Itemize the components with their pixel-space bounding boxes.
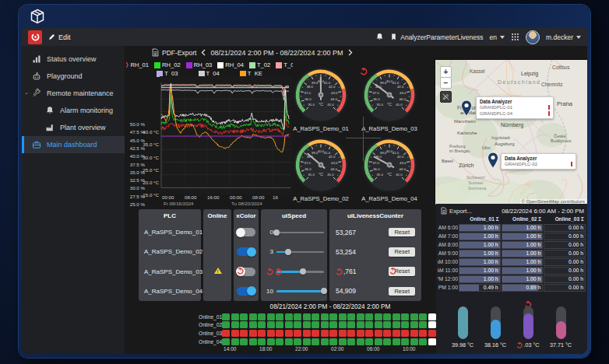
legend-item-RH_02[interactable]: RH_02 [154,61,181,68]
hours-value: 0.89 h [526,285,540,291]
map-pin[interactable] [460,100,473,117]
heatmap-cell [285,338,293,345]
chevron-down-icon [576,36,581,39]
heatmap-cell [419,321,427,328]
chevron-left-icon[interactable] [201,49,206,56]
column-header: Online_01 Σ [459,216,501,223]
heatmap-row-label: Online_01 [199,314,222,320]
map[interactable]: DeutschlandLeipzigKasselChemnitzCottbusP… [435,59,587,205]
legend-label: RH_01 [130,61,149,68]
legend-item-RH_01[interactable]: RH_01 [126,61,149,68]
table-row: 9:00 AM1.00 h1.00 h0.00 h [438,250,586,257]
heatmap-cell [419,330,427,337]
uispeed-slider[interactable] [276,228,324,237]
heatmap-cell [249,330,257,337]
table-row: A_RaSPS_Demo_03 [139,262,201,282]
slider-knob[interactable] [273,229,280,236]
y-tick-label: 35.0 °C [143,142,159,147]
time-label: 1:00 PM [438,284,458,292]
apps-grid-button[interactable] [511,33,519,41]
svg-text:43.0: 43.0 [331,91,338,95]
bookmark-button[interactable]: AnalyzerParameterLiveness [390,33,483,41]
heatmap-cell [312,330,319,337]
sidebar-item-plant-overview[interactable]: Plant overview [22,119,125,136]
heatmap-x-label: 06:00 [367,346,380,352]
legend-item-T_02[interactable]: T_02 [249,61,270,68]
reset-button[interactable]: Reset [389,247,415,257]
bell-icon [375,33,384,41]
popup-title: Data Analyzer [505,156,572,161]
map-city-label: Zürich [459,163,473,168]
pdf-export-button[interactable]: PDF-Export [152,48,196,57]
brand-logo-icon[interactable] [28,30,42,44]
legend-item-T_01[interactable]: T_01 [276,61,293,68]
xcolor-toggle[interactable] [237,247,255,256]
counter-value: 54,909 [336,287,356,295]
status-bar [548,111,551,117]
uispeed-slider[interactable] [276,267,324,276]
sidebar-item-status-overview[interactable]: Status overview [22,51,125,68]
edit-label: Edit [58,33,71,41]
user-menu[interactable]: m.decker [546,33,581,41]
thermometer-value: .03 °C [516,341,539,348]
uispeed-slider[interactable] [276,286,324,296]
map-city-label: Ulm [482,145,491,150]
sidebar-item-remote-maintenance[interactable]: ⌄Remote maintenance [22,85,125,102]
sidebar-item-main-dashboard[interactable]: Main dashboard [22,136,125,153]
document-icon [152,48,159,57]
column-header: Online_02 Σ [502,216,544,223]
expand-arrow-icon[interactable]: ⌄ [24,89,29,96]
thermometer-value: 37.71 °C [550,341,572,348]
column-header: Online [203,209,231,222]
heatmap-cell [231,313,239,320]
map-city-label: Schweiz/ [466,175,485,180]
zoom-in-button[interactable]: + [440,66,452,78]
language-selector[interactable]: en [490,33,505,41]
error-icon [275,268,282,275]
hours-value: 1.00 h [484,250,498,257]
slider-knob[interactable] [285,249,291,255]
heatmap-cell [240,321,248,328]
draw-disabled-button[interactable] [440,91,452,103]
gauge-label: A_RaSPS_Demo_03 [360,125,419,132]
reset-button[interactable]: Reset [389,228,415,237]
slider-knob[interactable] [321,288,327,294]
export-button[interactable]: Export... [441,207,472,215]
map-pin[interactable] [487,152,499,169]
time-label: 8:00 AM [438,241,458,249]
heatmap-x-label: 18:00 [259,346,273,352]
xcolor-toggle[interactable] [237,228,255,236]
table-row: 1:00 PM0.49 h0.89 h0.00 h [438,284,586,292]
heatmap-cell [410,330,418,337]
user-avatar[interactable] [526,30,540,44]
toolbar: PDF-Export 08/21/2024 2:00 PM - 08/22/20… [152,48,353,57]
uispeed-slider[interactable] [276,247,324,257]
reset-button[interactable]: Reset [389,267,415,276]
plc-table-panel-uispeed: uiSpeed0310 [261,209,327,301]
gauges-panel: 35.036.037.038.039.040.041.042.043.044.0… [291,62,435,207]
heatmap-cell [249,338,257,345]
notifications-button[interactable] [375,33,384,41]
xcolor-toggle[interactable] [237,287,255,296]
hours-value: 0.00 h [569,242,583,248]
heatmap-row-label: Online_03 [199,331,222,336]
sidebar-item-alarm-monitoring[interactable]: Alarm monitoring [22,102,125,119]
x-tick-label: 00:00 [162,194,174,200]
xcolor-toggle[interactable] [237,268,255,276]
legend-item-RH_03[interactable]: RH_03 [186,61,213,68]
slider-knob[interactable] [300,268,306,275]
factory-icon [45,123,55,132]
edit-button[interactable]: Edit [48,33,71,41]
svg-text:44.0: 44.0 [330,97,337,101]
heatmap-cell [231,321,239,328]
legend-item-RH_04[interactable]: RH_04 [217,61,244,68]
table-row [234,222,259,242]
reset-button[interactable]: Reset [389,287,415,296]
hours-cell: 0.49 h [459,284,501,292]
chevron-right-icon[interactable] [348,49,353,56]
sidebar-item-playground[interactable]: Playground [22,68,125,85]
y-tick-label: 30.0 % [130,185,145,191]
zoom-out-button[interactable]: − [440,77,452,89]
map-city-label: Chemnitz [541,82,562,87]
app-window: Edit AnalyzerParameterLiveness en [19,5,590,358]
